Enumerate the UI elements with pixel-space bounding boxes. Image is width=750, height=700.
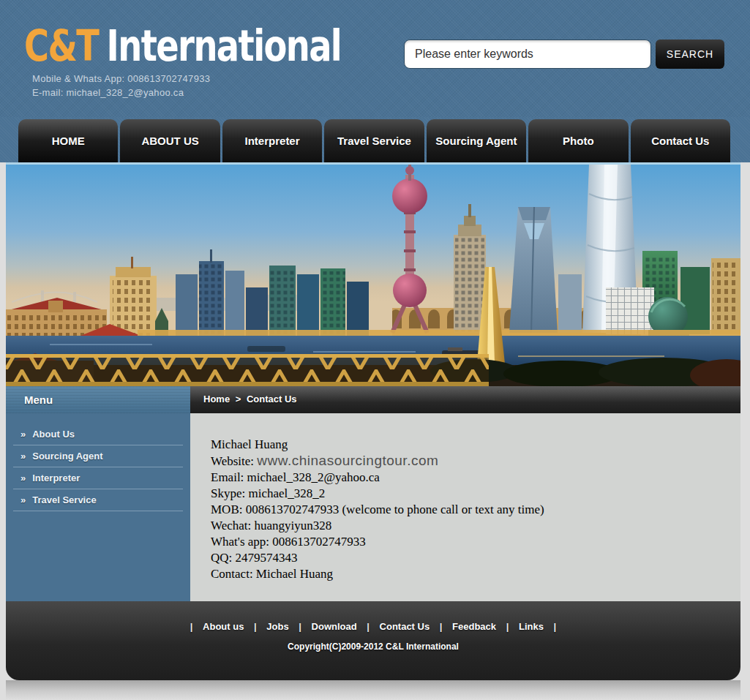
main-nav: HOME ABOUT US Interpreter Travel Service… [0, 117, 750, 162]
sidebar-item-sourcing-agent[interactable]: » Sourcing Agent [13, 445, 183, 467]
contact-whatsapp: What's app: 008613702747933 [211, 534, 726, 550]
footer-links: | About us | Jobs | Download | Contact U… [6, 601, 740, 632]
contact-qq: QQ: 2479574343 [211, 550, 726, 566]
sidebar-item-travel-service[interactable]: » Travel Service [13, 489, 183, 511]
contact-details: Michael Huang Website: www.chinasourcing… [190, 413, 740, 597]
contact-name: Michael Huang [211, 437, 726, 453]
header-mobile-line: Mobile & Whats App: 008613702747933 [32, 72, 210, 86]
nav-tab-travel-service[interactable]: Travel Service [324, 119, 424, 162]
contact-wechat: Wechat: huangyiyun328 [211, 518, 726, 534]
hero-image [6, 162, 740, 386]
footer-link-links[interactable]: Links [519, 621, 544, 632]
contact-person: Contact: Michael Huang [211, 566, 726, 582]
contact-mob: MOB: 008613702747933 (welcome to phone c… [211, 502, 726, 518]
chevron-right-icon: » [20, 494, 26, 505]
nav-tabs: HOME ABOUT US Interpreter Travel Service… [18, 117, 730, 162]
website-label: Website: [211, 454, 257, 468]
logo-text-primary: C&T [24, 23, 98, 69]
breadcrumb: Home > Contact Us [190, 386, 740, 413]
contact-skype: Skype: michael_328_2 [211, 486, 726, 502]
footer-separator: | [254, 621, 257, 632]
sidebar-menu-title: Menu [6, 386, 190, 413]
sidebar-item-label: About Us [32, 429, 75, 440]
footer-link-about-us[interactable]: About us [203, 621, 244, 632]
chevron-right-icon: » [20, 429, 26, 440]
copyright-text: Copyright(C)2009-2012 C&L International [6, 641, 740, 652]
logo-text-secondary: International [107, 23, 342, 69]
nav-tab-interpreter[interactable]: Interpreter [222, 119, 322, 162]
search-input[interactable] [404, 39, 651, 69]
breadcrumb-current: Contact Us [247, 394, 297, 404]
sidebar-item-about-us[interactable]: » About Us [13, 424, 183, 445]
main-area: Menu » About Us » Sourcing Agent » Inter… [6, 386, 740, 601]
footer-separator: | [440, 621, 443, 632]
nav-tab-home[interactable]: HOME [18, 119, 118, 162]
nav-tab-about-us[interactable]: ABOUT US [120, 119, 220, 162]
nav-tab-contact-us[interactable]: Contact Us [631, 119, 730, 162]
sidebar-item-label: Travel Service [32, 494, 96, 505]
footer-link-jobs[interactable]: Jobs [266, 621, 288, 632]
contact-email: Email: michael_328_2@yahoo.ca [211, 470, 726, 486]
nav-tab-sourcing-agent[interactable]: Sourcing Agent [427, 119, 526, 162]
sidebar: Menu » About Us » Sourcing Agent » Inter… [6, 386, 190, 601]
site-header: C&T International Mobile & Whats App: 00… [0, 0, 750, 117]
header-email-line: E-mail: michael_328_2@yahoo.ca [32, 86, 210, 99]
nav-tab-photo[interactable]: Photo [528, 119, 628, 162]
embankment [138, 330, 740, 336]
footer-link-feedback[interactable]: Feedback [452, 621, 496, 632]
footer-separator: | [299, 621, 301, 632]
sidebar-item-interpreter[interactable]: » Interpreter [13, 467, 183, 489]
breadcrumb-separator: > [236, 394, 241, 404]
footer-link-download[interactable]: Download [312, 621, 357, 632]
footer-reflection [6, 680, 740, 700]
search-button[interactable]: SEARCH [656, 39, 724, 69]
footer-separator: | [367, 621, 370, 632]
chevron-right-icon: » [20, 473, 26, 483]
website-url[interactable]: www.chinasourcingtour.com [257, 453, 438, 468]
header-contact-info: Mobile & Whats App: 008613702747933 E-ma… [32, 72, 210, 99]
site-footer: | About us | Jobs | Download | Contact U… [6, 601, 740, 680]
sidebar-menu-list: » About Us » Sourcing Agent » Interprete… [6, 413, 190, 511]
content-column: Home > Contact Us Michael Huang Website:… [190, 386, 740, 601]
footer-separator: | [506, 621, 509, 632]
site-logo: C&T International [24, 23, 341, 69]
breadcrumb-home[interactable]: Home [203, 394, 230, 404]
footer-separator: | [190, 621, 193, 632]
sidebar-item-label: Interpreter [32, 473, 80, 483]
footer-separator: | [554, 621, 557, 632]
page-container: Menu » About Us » Sourcing Agent » Inter… [6, 162, 740, 700]
shanghai-skyline-illustration [6, 165, 740, 386]
footer-link-contact-us[interactable]: Contact Us [380, 621, 430, 632]
sidebar-item-label: Sourcing Agent [32, 451, 102, 462]
chevron-right-icon: » [20, 451, 26, 462]
contact-website-line: Website: www.chinasourcingtour.com [211, 453, 726, 470]
